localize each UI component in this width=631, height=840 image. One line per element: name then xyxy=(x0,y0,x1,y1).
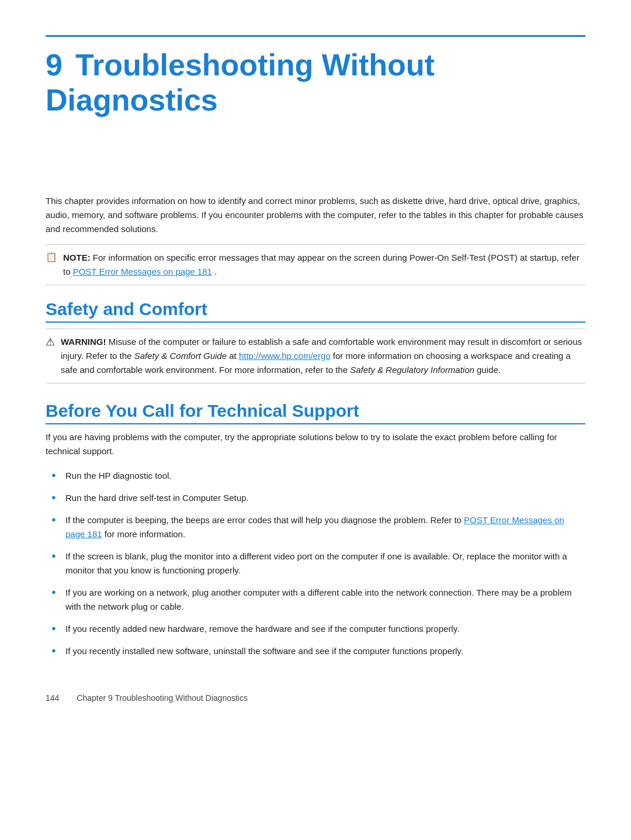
technical-support-intro: If you are having problems with the comp… xyxy=(46,430,585,458)
warning-link[interactable]: http://www.hp.com/ergo xyxy=(239,351,331,361)
note-text-after: . xyxy=(214,267,217,276)
note-content: NOTE: For information on specific error … xyxy=(63,251,585,279)
intro-body: This chapter provides information on how… xyxy=(46,194,585,236)
chapter-number: 9 xyxy=(46,48,63,82)
warning-triangle-icon: ⚠ xyxy=(46,336,55,348)
bullet-item-3-before: If the computer is beeping, the beeps ar… xyxy=(65,515,464,525)
technical-support-heading: Before You Call for Technical Support xyxy=(46,401,585,424)
chapter-title-block: 9 Troubleshooting Without Diagnostics xyxy=(46,47,585,188)
page-container: 9 Troubleshooting Without Diagnostics Th… xyxy=(0,0,631,749)
footer-page-number: 144 xyxy=(46,693,59,703)
bullet-list: Run the HP diagnostic tool. Run the hard… xyxy=(46,469,585,658)
list-item: If the computer is beeping, the beeps ar… xyxy=(51,513,585,541)
bullet-item-3-after: for more information. xyxy=(105,529,185,539)
list-item: If you recently installed new software, … xyxy=(51,644,585,658)
note-icon: 📋 xyxy=(46,251,57,262)
bullet-item-1: Run the HP diagnostic tool. xyxy=(65,471,172,481)
warning-box: ⚠ WARNING! Misuse of the computer or fai… xyxy=(46,329,585,383)
bullet-item-4: If the screen is blank, plug the monitor… xyxy=(65,551,567,575)
warning-text-end: guide. xyxy=(477,365,501,375)
list-item: If you recently added new hardware, remo… xyxy=(51,622,585,636)
bullet-item-6: If you recently added new hardware, remo… xyxy=(65,624,459,634)
list-item: If the screen is blank, plug the monitor… xyxy=(51,549,585,578)
chapter-header: 9 Troubleshooting Without Diagnostics xyxy=(46,35,585,188)
footer-chapter-label: Chapter 9 Troubleshooting Without Diagno… xyxy=(77,693,248,703)
page-footer: 144 Chapter 9 Troubleshooting Without Di… xyxy=(46,693,585,703)
note-label: NOTE: xyxy=(63,253,91,262)
bullet-item-2: Run the hard drive self-test in Computer… xyxy=(65,493,249,503)
warning-content: WARNING! Misuse of the computer or failu… xyxy=(61,335,585,377)
chapter-title: Troubleshooting Without Diagnostics xyxy=(46,48,435,117)
list-item: Run the hard drive self-test in Computer… xyxy=(51,491,585,505)
warning-italic1: Safety & Comfort Guide xyxy=(134,351,227,361)
warning-italic2: Safety & Regulatory Information xyxy=(350,365,474,375)
warning-text-mid: at xyxy=(229,351,239,361)
list-item: Run the HP diagnostic tool. xyxy=(51,469,585,483)
bullet-item-7: If you recently installed new software, … xyxy=(65,646,463,656)
note-box: 📋 NOTE: For information on specific erro… xyxy=(46,244,585,285)
list-item: If you are working on a network, plug an… xyxy=(51,586,585,614)
warning-label: WARNING! xyxy=(61,337,106,347)
safety-section-heading: Safety and Comfort xyxy=(46,299,585,323)
note-link[interactable]: POST Error Messages on page 181 xyxy=(73,267,212,276)
bullet-item-5: If you are working on a network, plug an… xyxy=(65,587,572,611)
